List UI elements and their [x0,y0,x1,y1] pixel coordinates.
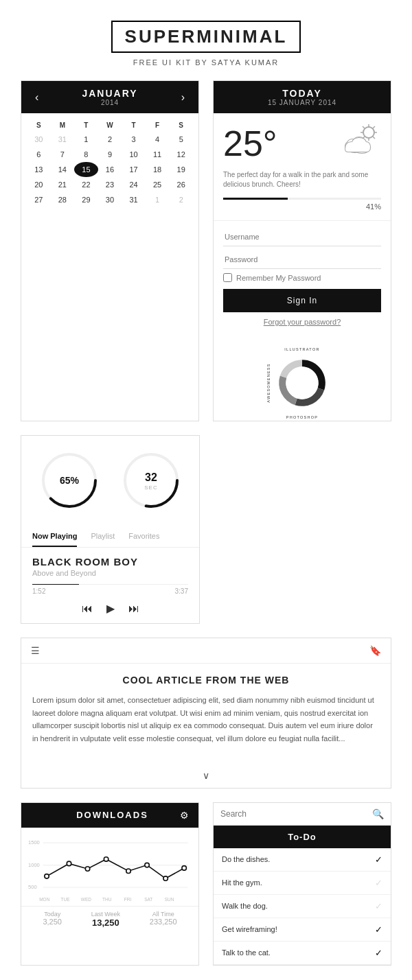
music-play-button[interactable]: ▶ [106,602,115,615]
calendar-day[interactable]: 21 [51,177,75,192]
calendar-day[interactable]: 1 [74,132,98,147]
calendar-day[interactable]: 18 [146,162,170,177]
calendar-day[interactable]: 14 [51,162,75,177]
calendar-day[interactable]: 7 [51,147,75,162]
tab-favorites[interactable]: Favorites [128,532,159,547]
calendar-day-header: M [51,119,75,132]
tab-playlist[interactable]: Playlist [91,532,115,547]
todo-check-icon: ✓ [375,878,382,888]
calendar-day[interactable]: 26 [169,177,193,192]
search-input[interactable] [220,809,368,819]
svg-text:MON: MON [39,896,49,901]
calendar-day[interactable]: 16 [98,162,122,177]
calendar-day[interactable]: 3 [122,132,146,147]
tab-now-playing[interactable]: Now Playing [32,532,77,547]
signin-button[interactable]: Sign In [223,289,381,312]
svg-text:1000: 1000 [28,862,40,868]
calendar-day[interactable]: 15 [74,162,98,177]
svg-point-38 [182,865,186,870]
calendar-day-header: T [74,119,98,132]
todo-item[interactable]: Talk to the cat.✓ [214,942,391,965]
remember-checkbox[interactable] [223,273,232,282]
calendar-day[interactable]: 22 [74,177,98,192]
calendar-day[interactable]: 8 [74,147,98,162]
calendar-day[interactable]: 4 [146,132,170,147]
downloads-panel: DOWNLOADS ⚙ 1500 1000 500 [21,802,199,966]
music-forward-button[interactable]: ⏭ [128,603,139,615]
downloads-header: DOWNLOADS ⚙ [21,803,198,828]
calendar-prev-button[interactable]: ‹ [31,90,43,105]
weather-panel: TODAY 15 JANUARY 2014 25° [213,80,391,421]
calendar-day[interactable]: 9 [98,147,122,162]
gauge-1: 65% [38,450,100,511]
stat-today: Today 3,250 [43,911,62,928]
stat-last-week: Last Week 13,250 [91,911,120,928]
calendar-day[interactable]: 20 [27,177,51,192]
todo-item-label: Talk to the cat. [222,948,271,957]
music-rewind-button[interactable]: ⏮ [82,603,93,615]
calendar-day[interactable]: 23 [98,177,122,192]
calendar-day[interactable]: 31 [51,132,75,147]
todo-item[interactable]: Walk the dog.✓ [214,895,391,918]
calendar-day[interactable]: 27 [27,192,51,207]
calendar-day[interactable]: 12 [169,147,193,162]
calendar-day[interactable]: 30 [98,192,122,207]
svg-text:500: 500 [28,884,37,890]
svg-point-32 [67,861,71,865]
hamburger-icon[interactable]: ☰ [31,645,40,656]
svg-text:WED: WED [81,896,91,901]
top-row: ‹ JANUARY 2014 › SMTWTFS 303112345678910… [0,80,412,421]
todo-item[interactable]: Do the dishes.✓ [214,848,391,872]
calendar-next-button[interactable]: › [177,90,189,105]
downloads-stats: Today 3,250 Last Week 13,250 All Time 23… [21,906,198,935]
calendar-day[interactable]: 30 [27,132,51,147]
bookmark-icon[interactable]: 🔖 [369,645,381,656]
calendar-day[interactable]: 10 [122,147,146,162]
chevron-down-icon[interactable]: ∨ [203,770,209,781]
calendar-day[interactable]: 31 [122,192,146,207]
calendar-day[interactable]: 6 [27,147,51,162]
forgot-password-link[interactable]: Forgot your password? [223,318,381,326]
weather-today-label: TODAY [223,88,381,99]
downloads-chart: 1500 1000 500 MON TUE [21,828,198,906]
music-panel: 65% 32 SEC Now Playing Playlist Favorite… [21,435,200,624]
stat-today-value: 3,250 [43,918,62,926]
calendar-day[interactable]: 28 [51,192,75,207]
calendar-day[interactable]: 13 [27,162,51,177]
calendar-day-header: T [122,119,146,132]
calendar-day[interactable]: 25 [146,177,170,192]
calendar-day[interactable]: 24 [122,177,146,192]
calendar-grid: SMTWTFS 30311234567891011121314151617181… [27,119,193,207]
svg-text:AWESOMENESS: AWESOMENESS [266,363,271,402]
calendar-month: JANUARY [82,88,137,99]
calendar-day[interactable]: 19 [169,162,193,177]
svg-text:FRI: FRI [124,896,132,901]
todo-item[interactable]: Get wireframing!✓ [214,918,391,942]
stat-all-time-value: 233,250 [150,918,177,926]
svg-point-0 [363,127,374,138]
bottom-row: DOWNLOADS ⚙ 1500 1000 500 [0,802,412,966]
weather-header: TODAY 15 JANUARY 2014 [214,81,391,113]
calendar-day[interactable]: 1 [146,192,170,207]
weather-date-label: 15 JANUARY 2014 [223,99,381,106]
svg-line-7 [373,126,375,128]
calendar-day[interactable]: 17 [122,162,146,177]
calendar-day[interactable]: 29 [74,192,98,207]
gauge-2: 32 SEC [120,450,182,511]
svg-text:THU: THU [102,896,112,901]
weather-description: The perfect day for a walk in the park a… [223,170,381,189]
search-button[interactable]: 🔍 [372,808,384,819]
calendar-day[interactable]: 2 [98,132,122,147]
calendar-day[interactable]: 5 [169,132,193,147]
calendar-day[interactable]: 11 [146,147,170,162]
article-body: COOL ARTICLE FROM THE WEB Lorem ipsum do… [21,664,391,766]
calendar-day-header: S [169,119,193,132]
settings-icon[interactable]: ⚙ [180,810,189,821]
calendar-day[interactable]: 2 [169,192,193,207]
password-input[interactable] [223,250,381,269]
username-input[interactable] [223,228,381,246]
article-text: Lorem ipsum dolor sit amet, consectetuer… [32,694,380,745]
todo-item[interactable]: Hit the gym.✓ [214,872,391,895]
stat-last-week-value: 13,250 [91,918,120,928]
calendar: ‹ JANUARY 2014 › SMTWTFS 303112345678910… [21,80,199,421]
